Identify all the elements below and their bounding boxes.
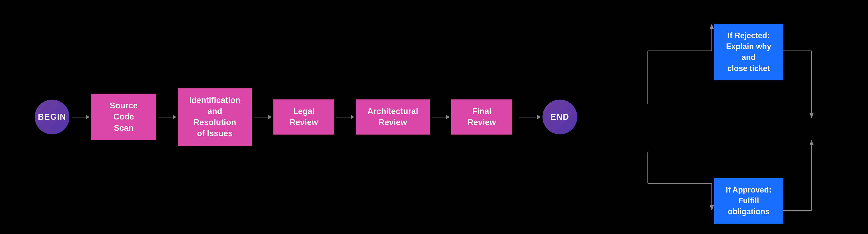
svg-marker-7 — [710, 205, 714, 210]
arrow-3 — [252, 117, 273, 117]
end-label: END — [551, 112, 569, 122]
arrow-4 — [334, 117, 356, 117]
rejected-box: If Rejected:Explain why andclose ticket — [714, 24, 783, 81]
architectural-review-label: ArchitecturalReview — [367, 107, 418, 127]
begin-node: BEGIN — [35, 100, 69, 135]
source-code-scan-label: Source CodeScan — [110, 101, 138, 133]
arrow-2 — [156, 117, 178, 117]
diagram: BEGIN Source CodeScan Identificationand … — [22, 19, 846, 215]
legal-review-label: LegalReview — [290, 107, 318, 127]
approved-box: If Approved:Fulfillobligations — [714, 178, 783, 224]
identification-node: Identificationand Resolutionof Issues — [178, 88, 252, 146]
begin-label: BEGIN — [38, 112, 66, 122]
arrow-5 — [430, 117, 452, 117]
final-review-label: FinalReview — [468, 107, 496, 127]
source-code-scan-node: Source CodeScan — [91, 94, 156, 140]
rejected-branch: If Rejected:Explain why andclose ticket — [714, 24, 783, 81]
architectural-review-node: ArchitecturalReview — [356, 99, 430, 135]
approved-label: If Approved:Fulfillobligations — [726, 185, 772, 216]
arrow-6 — [512, 117, 542, 117]
svg-marker-3 — [710, 24, 714, 29]
arrow-1 — [69, 117, 91, 117]
final-review-node: FinalReview — [452, 99, 512, 135]
identification-label: Identificationand Resolutionof Issues — [189, 96, 241, 138]
end-node: END — [542, 100, 577, 135]
legal-review-node: LegalReview — [273, 99, 334, 135]
approved-branch: If Approved:Fulfillobligations — [714, 178, 783, 224]
rejected-label: If Rejected:Explain why andclose ticket — [726, 31, 771, 73]
main-flow: BEGIN Source CodeScan Identificationand … — [22, 88, 846, 146]
